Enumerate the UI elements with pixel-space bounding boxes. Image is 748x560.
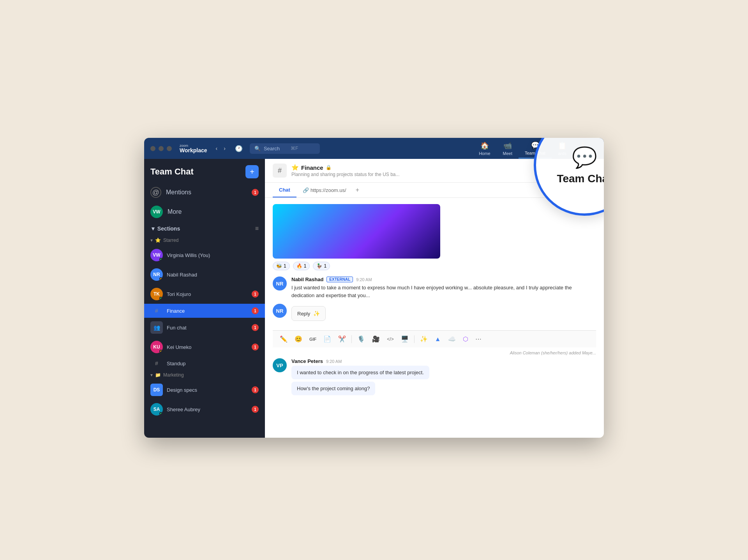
reaction-bar: 🐝 1 🔥 1 🦆 1	[273, 262, 596, 270]
badge-kei: 1	[252, 343, 259, 350]
nav-home-label: Home	[479, 151, 490, 156]
group-funchat-icon: 👥	[150, 321, 163, 334]
sidebar-more[interactable]: VW More	[144, 202, 265, 222]
vance-bubble-1: I wanted to check in on the progress of …	[291, 366, 429, 379]
reaction-fire-emoji: 🔥	[296, 263, 302, 269]
format-btn[interactable]: ✏️	[278, 334, 289, 344]
marketing-section-header[interactable]: ▾ 📁 Marketing	[144, 370, 265, 380]
status-tori	[159, 297, 162, 300]
search-bar[interactable]: 🔍 Search ⌘F	[250, 143, 320, 154]
hash-finance-icon: #	[150, 308, 163, 314]
star-icon: ⭐	[291, 164, 299, 171]
more-label: More	[168, 208, 182, 215]
chat-item-funchat[interactable]: 👥 Fun chat 1	[144, 318, 265, 337]
sidebar-mentions[interactable]: @ Mentions 1	[144, 183, 265, 202]
message-nabil-meta: Nabil Rashad EXTERNAL 9:20 AM	[291, 276, 596, 282]
nav-meet[interactable]: 📹 Meet	[497, 139, 519, 158]
starred-chevron: ▾	[150, 238, 153, 243]
whiteboard-toolbar-btn[interactable]: 🖥️	[399, 334, 410, 344]
window-controls	[150, 146, 172, 151]
close-btn[interactable]	[150, 146, 155, 151]
app-window: 💬 Team Chat zoom Workplace ‹ › 🕐 🔍 Searc…	[144, 138, 604, 438]
name-designspecs: Design specs	[167, 387, 248, 393]
reaction-duck-emoji: 🦆	[316, 263, 322, 269]
avatar-vance: VP	[273, 358, 287, 372]
marketing-label: Marketing	[163, 372, 184, 378]
badge-sheree: 1	[252, 406, 259, 413]
chat-messages: 🐝 1 🔥 1 🦆 1 NR	[265, 198, 604, 438]
marketing-folder-icon: 📁	[155, 372, 161, 378]
avatar-designspecs: DS	[150, 384, 163, 396]
reaction-duck[interactable]: 🦆 1	[313, 262, 330, 270]
forward-btn[interactable]: ›	[221, 144, 228, 153]
badge-funchat: 1	[252, 324, 259, 331]
name-kei: Kei Umeko	[167, 344, 248, 350]
message-vance: VP Vance Peters 9:20 AM I wanted to chec…	[273, 358, 596, 398]
reaction-fire-count: 1	[304, 263, 307, 269]
back-btn[interactable]: ‹	[213, 144, 220, 153]
video-btn[interactable]: 🎥	[370, 334, 381, 344]
chat-item-tori[interactable]: TK Tori Kojuro 1	[144, 284, 265, 304]
badge-tori: 1	[252, 291, 259, 298]
attachment-btn[interactable]: 📄	[322, 334, 333, 344]
link-icon: 🔗	[303, 187, 309, 193]
tab-chat[interactable]: Chat	[273, 183, 296, 197]
name-nabil: Nabil Rashad	[167, 272, 259, 278]
figma-btn[interactable]: ⬡	[461, 334, 470, 344]
minimize-btn[interactable]	[159, 146, 164, 151]
avatar-sheree: SA	[150, 403, 163, 416]
text-nabil: I just wanted to take a moment to expres…	[291, 284, 596, 299]
badge-finance: 1	[252, 307, 259, 314]
gif-btn[interactable]: GIF	[308, 335, 318, 343]
sidebar-header: Team Chat +	[144, 159, 265, 183]
reply-box[interactable]: Reply ✨	[291, 306, 326, 321]
tab-add-btn[interactable]: +	[353, 183, 362, 197]
time-nabil: 9:20 AM	[356, 277, 372, 282]
emoji-btn[interactable]: 😊	[293, 334, 304, 344]
mentions-label: Mentions	[166, 189, 191, 196]
shared-image	[273, 204, 440, 259]
reaction-bee[interactable]: 🐝 1	[273, 262, 290, 270]
filter-icon[interactable]: ≡	[255, 225, 259, 232]
maximize-btn[interactable]	[167, 146, 172, 151]
history-btn[interactable]: 🕐	[233, 143, 245, 154]
chat-item-finance[interactable]: # Finance 1	[144, 304, 265, 318]
chat-item-sheree[interactable]: SA Sheree Aubrey 1	[144, 400, 265, 419]
gdrive-btn[interactable]: ▲	[433, 334, 443, 344]
more-toolbar-btn[interactable]: ⋯	[474, 334, 483, 344]
code-btn[interactable]: </>	[385, 335, 395, 343]
screenshot-btn[interactable]: ✂️	[337, 334, 348, 344]
nav-home[interactable]: 🏠 Home	[473, 139, 496, 158]
meet-icon: 📹	[503, 141, 512, 150]
main-content: Team Chat + @ Mentions 1 VW More ▼ Secti…	[144, 159, 604, 438]
zoom-product: Workplace	[180, 148, 207, 153]
tab-link[interactable]: 🔗 https://zoom.us/	[296, 183, 353, 197]
starred-section-header[interactable]: ▾ ⭐ Starred	[144, 235, 265, 245]
time-vance: 9:20 AM	[326, 359, 342, 364]
name-standup: Standup	[167, 361, 259, 366]
badge-designspecs: 1	[252, 386, 259, 393]
chat-item-designspecs[interactable]: DS Design specs 1	[144, 380, 265, 400]
avatar-kei: KU	[150, 341, 163, 353]
reply-label: Reply	[297, 311, 310, 317]
sections-header[interactable]: ▼ Sections ≡	[144, 222, 265, 235]
nav-meet-label: Meet	[503, 151, 512, 156]
add-button[interactable]: +	[245, 165, 259, 178]
reaction-fire[interactable]: 🔥 1	[293, 262, 310, 270]
chat-item-nabil[interactable]: NR Nabil Rashad	[144, 265, 265, 284]
ai-compose-btn[interactable]: ✨	[418, 334, 429, 344]
sections-label: Sections	[157, 225, 180, 232]
team-chat-icon: 💬	[572, 146, 597, 169]
zoom-logo: zoom Workplace	[180, 144, 207, 153]
message-nabil-body: Nabil Rashad EXTERNAL 9:20 AM I just wan…	[291, 276, 596, 299]
ai-icon: ✨	[313, 310, 320, 317]
dropbox-btn[interactable]: ☁️	[446, 334, 457, 344]
reaction-bee-count: 1	[284, 263, 286, 269]
audio-btn[interactable]: 🎙️	[356, 334, 367, 344]
reaction-bee-emoji: 🐝	[276, 263, 282, 269]
tab-link-url: https://zoom.us/	[310, 187, 346, 193]
chat-item-kei[interactable]: KU Kei Umeko 1	[144, 337, 265, 357]
chat-item-standup[interactable]: # Standup	[144, 357, 265, 370]
channel-hash-icon: #	[273, 164, 287, 178]
chat-item-virginia[interactable]: VW Virginia Willis (You)	[144, 245, 265, 265]
